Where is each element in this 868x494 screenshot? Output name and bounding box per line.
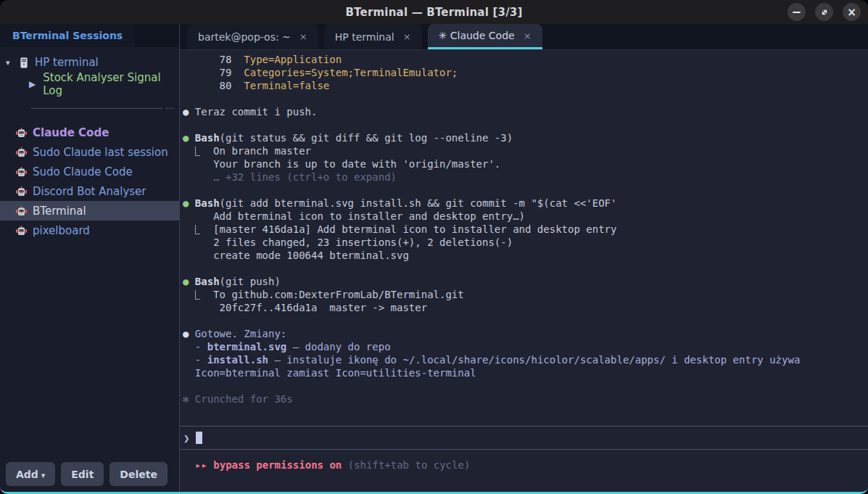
session-list: Claude CodeSudo Claude last sessionSudo … — [0, 123, 179, 240]
caret-down-icon: ▾ — [38, 471, 45, 480]
terminal-line: - bterminal.svg — dodany do repo — [183, 340, 865, 353]
tree-item-label: Stock Analyser Signal Log — [43, 71, 179, 97]
robot-icon — [16, 128, 27, 138]
terminal-line — [183, 184, 865, 197]
session-label: Discord Bot Analyser — [33, 185, 146, 198]
sidebar-header: BTerminal Sessions — [0, 24, 179, 47]
sidebar-footer: Add ▾EditDelete — [0, 456, 179, 492]
play-icon: ▶ — [29, 79, 36, 89]
chevron-down-icon[interactable]: ▾ — [6, 58, 16, 67]
session-item-pixelboard[interactable]: pixelboard — [0, 221, 179, 240]
terminal-line: 20fc27f..416da1a master -> master — [183, 301, 865, 314]
sidebar-spacer — [0, 240, 179, 456]
terminal-line: - install.sh — instaluje ikonę do ~/.loc… — [183, 353, 865, 366]
session-item-bterminal[interactable]: BTerminal — [0, 201, 179, 221]
tab-label: HP terminal — [335, 31, 394, 43]
terminal-line — [183, 314, 865, 327]
result-corner-icon — [195, 147, 200, 156]
robot-icon — [16, 226, 27, 236]
session-item-sudo-claude-last-session[interactable]: Sudo Claude last session — [0, 142, 179, 162]
status-line: ▸▸ bypass permissions on (shift+tab to c… — [180, 450, 868, 492]
robot-icon — [16, 186, 27, 197]
session-tree: ▾ HP terminal ▶ Stock Analyser Signal Lo… — [0, 47, 179, 240]
terminal-line — [183, 379, 865, 392]
title-bar[interactable]: BTerminal — BTerminal [3/3] × — [0, 0, 868, 24]
terminal-line: 79 Categories=System;TerminalEmulator; — [183, 66, 865, 79]
terminal-output: 78 Type=Application 79 Categories=System… — [180, 50, 868, 426]
tab-bartek-pop-os[interactable]: bartek@pop-os: ~× — [187, 24, 318, 49]
tree-item-label: HP terminal — [35, 56, 99, 69]
terminal-line: ● Teraz commit i push. — [183, 105, 865, 118]
terminal-line: 80 Terminal=false — [183, 79, 865, 92]
sessions-header-tab[interactable]: BTerminal Sessions — [0, 24, 135, 47]
result-corner-icon — [195, 290, 200, 300]
terminal-line — [183, 118, 865, 131]
terminal: 78 Type=Application 79 Categories=System… — [180, 50, 868, 492]
result-corner-icon — [195, 225, 200, 234]
tab-label: ✳ Claude Code — [439, 30, 515, 41]
app-window: BTerminal — BTerminal [3/3] × BTerminal … — [0, 0, 868, 494]
prompt-symbol: ❯ — [183, 432, 189, 444]
bypass-mode-label: bypass permissions on — [213, 459, 347, 471]
bypass-arrows-icon: ▸▸ — [195, 459, 207, 471]
window-title: BTerminal — BTerminal [3/3] — [345, 6, 522, 19]
tab-bar: bartek@pop-os: ~×HP terminal×✳ Claude Co… — [180, 24, 868, 50]
add-button[interactable]: Add ▾ — [6, 462, 55, 486]
delete-button[interactable]: Delete — [109, 462, 168, 486]
maximize-button[interactable] — [815, 3, 833, 21]
session-label: Sudo Claude last session — [33, 146, 168, 159]
session-label: Claude Code — [33, 126, 109, 139]
main-area: bartek@pop-os: ~×HP terminal×✳ Claude Co… — [180, 24, 868, 492]
text-cursor — [196, 432, 202, 444]
terminal-line: Add bterminal icon to installer and desk… — [183, 210, 865, 223]
close-button[interactable]: × — [843, 3, 861, 21]
robot-icon — [16, 167, 27, 177]
tree-item-stock-analyser-log[interactable]: ▶ Stock Analyser Signal Log — [0, 73, 179, 95]
tab-label: bartek@pop-os: ~ — [198, 31, 291, 43]
terminal-line: create mode 100644 bterminal.svg — [183, 249, 865, 262]
terminal-line: Your branch is up to date with 'origin/m… — [183, 157, 865, 170]
prompt-input[interactable]: ❯ — [180, 426, 868, 450]
terminal-line: To github.com:DexterFromLab/BTerminal.gi… — [183, 288, 865, 301]
session-item-discord-bot-analyser[interactable]: Discord Bot Analyser — [0, 181, 179, 201]
session-item-sudo-claude-code[interactable]: Sudo Claude Code — [0, 162, 179, 181]
terminal-line: ● Bash(git push) — [183, 275, 865, 288]
button-label: Delete — [120, 469, 157, 480]
tab-claude-code[interactable]: ✳ Claude Code× — [428, 24, 542, 49]
terminal-line: ● Bash(git status && git diff && git log… — [183, 131, 865, 144]
button-label: Add — [16, 469, 38, 480]
terminal-line — [183, 92, 865, 105]
cycle-hint: (shift+tab to cycle) — [348, 459, 471, 471]
terminal-line: On branch master — [183, 144, 865, 157]
session-label: BTerminal — [33, 205, 86, 218]
session-label: Sudo Claude Code — [33, 165, 133, 178]
minimize-button[interactable] — [788, 3, 806, 21]
button-label: Edit — [71, 469, 94, 480]
tree-divider: … — [31, 101, 176, 115]
terminal-line: ● Gotowe. Zmiany: — [183, 327, 865, 340]
content-area: BTerminal Sessions ▾ HP terminal ▶ Stock… — [0, 24, 868, 492]
terminal-line: ● Bash(git add bterminal.svg install.sh … — [183, 197, 865, 210]
terminal-line: Icon=bterminal zamiast Icon=utilities-te… — [183, 366, 865, 379]
edit-button[interactable]: Edit — [61, 462, 104, 486]
tab-hp-terminal[interactable]: HP terminal× — [324, 24, 422, 49]
tab-close-icon[interactable]: × — [299, 31, 307, 42]
tab-close-icon[interactable]: × — [403, 31, 411, 42]
robot-icon — [16, 147, 27, 157]
robot-icon — [16, 206, 27, 216]
tab-close-icon[interactable]: × — [524, 30, 532, 41]
tree-more-button[interactable]: … — [162, 101, 176, 115]
tree-item-hp-terminal[interactable]: ▾ HP terminal — [0, 52, 179, 73]
maximize-icon — [820, 8, 829, 17]
session-label: pixelboard — [33, 224, 90, 237]
computer-icon — [20, 57, 28, 68]
sessions-sidebar: BTerminal Sessions ▾ HP terminal ▶ Stock… — [0, 24, 180, 492]
terminal-line: 78 Type=Application — [183, 53, 865, 66]
close-icon: × — [847, 6, 856, 19]
window-controls: × — [788, 3, 861, 21]
terminal-line: 2 files changed, 23 insertions(+), 2 del… — [183, 236, 865, 249]
minimize-icon — [793, 12, 801, 13]
session-item-claude-code[interactable]: Claude Code — [0, 123, 179, 142]
terminal-line: ✻ Crunched for 36s — [183, 392, 865, 406]
terminal-line: … +32 lines (ctrl+o to expand) — [183, 170, 865, 184]
